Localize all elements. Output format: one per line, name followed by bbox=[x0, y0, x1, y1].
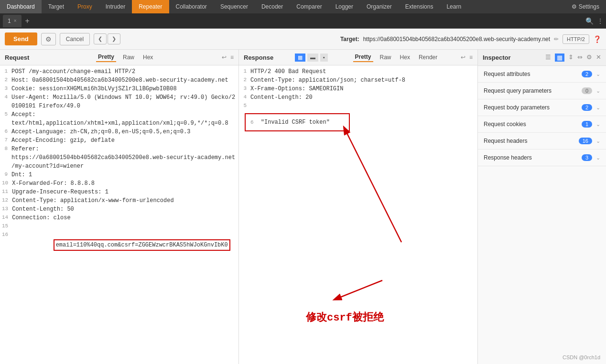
request-tab-pretty[interactable]: Pretty bbox=[96, 53, 116, 62]
request-line-8b: https://0a68001504bb405682ca6b34005200e8… bbox=[0, 153, 238, 162]
request-attributes-count: 2 bbox=[582, 71, 592, 77]
next-request-button[interactable]: ❯ bbox=[108, 33, 120, 44]
inspector-table-icon[interactable]: ▦ bbox=[555, 54, 564, 62]
request-line-2: 2Host: 0a68001504bb405682ca6b34005200e8.… bbox=[0, 76, 238, 85]
request-tab-hex[interactable]: Hex bbox=[141, 53, 155, 62]
nav-collaborator[interactable]: Collaborator bbox=[169, 0, 214, 13]
target-url: https://0a68001504bb405682ca6b34005200e8… bbox=[363, 36, 550, 43]
inspector-panel: Inspector ☰ ▦ ⇕ ⇔ ⚙ ✕ Request attributes… bbox=[478, 50, 606, 364]
response-tab-render[interactable]: Render bbox=[417, 53, 439, 62]
request-line-12: 12Content-Type: application/x-www-form-u… bbox=[0, 196, 238, 205]
response-more-icon[interactable]: ≡ bbox=[469, 54, 473, 61]
request-line-11: 11Upgrade-Insecure-Requests: 1 bbox=[0, 188, 238, 196]
view-single-btn[interactable]: ▬ bbox=[307, 54, 318, 62]
inspector-close-icon[interactable]: ✕ bbox=[596, 54, 601, 62]
request-word-wrap-icon[interactable]: ↩ bbox=[222, 54, 227, 61]
request-panel: Request Pretty Raw Hex ↩ ≡ 1POST /my-acc… bbox=[0, 50, 239, 364]
nav-target[interactable]: Target bbox=[42, 0, 71, 13]
send-button[interactable]: Send bbox=[5, 32, 37, 45]
nav-decoder[interactable]: Decoder bbox=[255, 0, 290, 13]
nav-repeater[interactable]: Repeater bbox=[132, 0, 169, 13]
response-tab-pretty[interactable]: Pretty bbox=[353, 53, 373, 62]
inspector-row-response-headers[interactable]: Response headers 3 ⌄ bbox=[478, 150, 606, 166]
response-tab-raw[interactable]: Raw bbox=[378, 53, 393, 62]
response-line-1: 1HTTP/2 400 Bad Request bbox=[239, 67, 477, 76]
inspector-expand-icon[interactable]: ⇕ bbox=[568, 54, 574, 62]
cancel-button[interactable]: Cancel bbox=[60, 33, 90, 45]
request-code: 1POST /my-account/change-email HTTP/2 2H… bbox=[0, 67, 238, 259]
request-panel-header: Request Pretty Raw Hex ↩ ≡ bbox=[0, 50, 238, 65]
inspector-row-query-params[interactable]: Request query parameters 0 ⌄ bbox=[478, 83, 606, 99]
repeater-tab-1[interactable]: 1 × bbox=[3, 15, 22, 27]
request-tab-raw[interactable]: Raw bbox=[121, 53, 136, 62]
chevron-down-icon-3: ⌄ bbox=[596, 105, 600, 111]
inspector-header: Inspector ☰ ▦ ⇕ ⇔ ⚙ ✕ bbox=[478, 50, 606, 66]
request-line-5b: text/html,application/xhtml+xml,applicat… bbox=[0, 119, 238, 128]
invalid-csrf-box: 6 "Invalid CSRF token" bbox=[245, 113, 350, 131]
tab-close[interactable]: × bbox=[14, 18, 17, 23]
send-options-button[interactable]: ⚙ bbox=[41, 33, 56, 45]
nav-proxy[interactable]: Proxy bbox=[71, 0, 99, 13]
request-body[interactable]: 1POST /my-account/change-email HTTP/2 2H… bbox=[0, 65, 238, 364]
inspector-row-body-params[interactable]: Request body parameters 2 ⌄ bbox=[478, 99, 606, 116]
response-headers-count: 3 bbox=[582, 154, 592, 161]
settings-button[interactable]: ⚙ Settings bbox=[565, 1, 606, 12]
request-line-8: 8Referer: bbox=[0, 145, 238, 153]
watermark: CSDN @0rch1d bbox=[563, 354, 600, 360]
request-line-15: 15 bbox=[0, 222, 238, 231]
search-icon[interactable]: 🔍 bbox=[585, 17, 594, 25]
request-line-10: 10X-Forwarded-For: 8.8.8.8 bbox=[0, 179, 238, 188]
inspector-settings-icon[interactable]: ⚙ bbox=[586, 54, 592, 62]
toolbar: Send ⚙ Cancel ❮ ❯ Target: https://0a6800… bbox=[0, 29, 606, 50]
nav-intruder[interactable]: Intruder bbox=[99, 0, 132, 13]
response-line-3: 3X-Frame-Options: SAMEORIGIN bbox=[239, 85, 477, 93]
nav-extensions[interactable]: Extensions bbox=[399, 0, 440, 13]
request-line-14: 14Connection: close bbox=[0, 214, 238, 222]
inspector-row-request-headers[interactable]: Request headers 16 ⌄ bbox=[478, 133, 606, 150]
nav-sequencer[interactable]: Sequencer bbox=[214, 0, 255, 13]
edit-target-icon[interactable]: ✏ bbox=[554, 36, 559, 43]
inspector-body: Request attributes 2 ⌄ Request query par… bbox=[478, 66, 606, 364]
view-icon-btn[interactable]: ▪ bbox=[320, 54, 328, 62]
svg-line-2 bbox=[344, 128, 401, 242]
inspector-row-request-attributes[interactable]: Request attributes 2 ⌄ bbox=[478, 66, 606, 83]
request-line-6: 6Accept-Language: zh-CN,zh;q=0.8,en-US;q… bbox=[0, 128, 238, 136]
chevron-down-icon-6: ⌄ bbox=[596, 155, 600, 161]
chevron-down-icon-2: ⌄ bbox=[596, 88, 600, 94]
chevron-down-icon: ⌄ bbox=[596, 71, 600, 77]
request-title: Request bbox=[5, 54, 29, 61]
request-line-13: 13Content-Length: 50 bbox=[0, 205, 238, 214]
response-code: 1HTTP/2 400 Bad Request 2Content-Type: a… bbox=[239, 67, 477, 131]
inspector-row-cookies[interactable]: Request cookies 1 ⌄ bbox=[478, 116, 606, 133]
view-split-btn[interactable]: ▦ bbox=[295, 54, 305, 62]
response-tab-hex[interactable]: Hex bbox=[398, 53, 412, 62]
response-line-2: 2Content-Type: application/json; charset… bbox=[239, 76, 477, 85]
request-line-3: 3Cookie: session=XHGMLmi6h3bLVyjSZlr3LlB… bbox=[0, 85, 238, 93]
request-line-4: 4User-Agent: Mozilla/5.0 (Windows NT 10.… bbox=[0, 93, 238, 110]
nav-dashboard[interactable]: Dashboard bbox=[0, 0, 42, 13]
query-params-count: 0 bbox=[582, 87, 592, 94]
target-info: Target: https://0a68001504bb405682ca6b34… bbox=[340, 34, 601, 44]
nav-organizer[interactable]: Organizer bbox=[360, 0, 399, 13]
inspector-collapse-icon[interactable]: ⇔ bbox=[577, 54, 583, 62]
target-label: Target: bbox=[340, 36, 359, 43]
response-word-wrap-icon[interactable]: ↩ bbox=[461, 54, 465, 61]
request-line-9: 9Dnt: 1 bbox=[0, 171, 238, 179]
cookies-count: 1 bbox=[582, 121, 592, 128]
body-params-count: 2 bbox=[582, 104, 592, 111]
add-tab-button[interactable]: + bbox=[22, 17, 33, 25]
nav-learn[interactable]: Learn bbox=[440, 0, 468, 13]
nav-logger[interactable]: Logger bbox=[329, 0, 360, 13]
tab-bar: 1 × + 🔍 ⋮ bbox=[0, 13, 606, 29]
http-version-button[interactable]: HTTP/2 bbox=[563, 34, 589, 44]
request-line-5: 5Accept: bbox=[0, 110, 238, 119]
help-icon[interactable]: ❓ bbox=[593, 35, 601, 43]
request-line-1: 1POST /my-account/change-email HTTP/2 bbox=[0, 67, 238, 76]
inspector-list-icon[interactable]: ☰ bbox=[545, 54, 551, 62]
prev-request-button[interactable]: ❮ bbox=[94, 33, 107, 44]
top-navigation: Dashboard Target Proxy Intruder Repeater… bbox=[0, 0, 606, 13]
more-options-icon[interactable]: ⋮ bbox=[597, 18, 603, 24]
nav-comparer[interactable]: Comparer bbox=[290, 0, 328, 13]
response-tabs: Pretty Raw Hex Render bbox=[353, 53, 440, 62]
request-more-icon[interactable]: ≡ bbox=[230, 54, 234, 61]
